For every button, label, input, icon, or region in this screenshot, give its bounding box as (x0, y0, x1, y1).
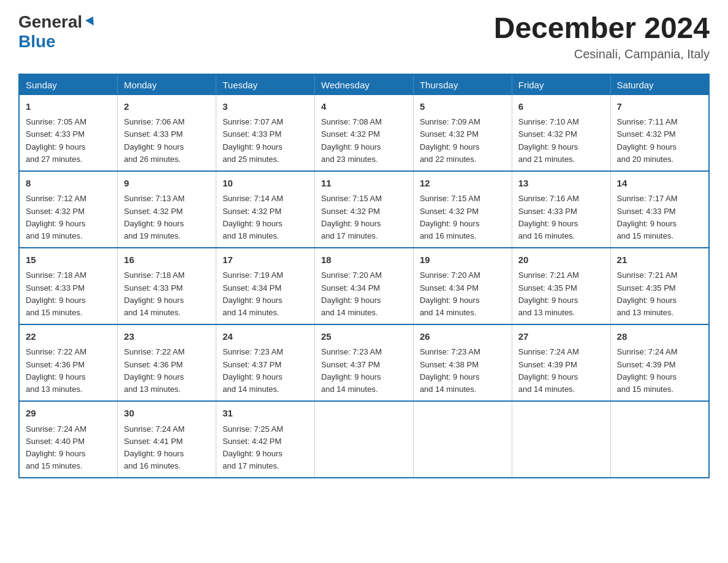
day-cell-17: 17 Sunrise: 7:19 AMSunset: 4:34 PMDaylig… (216, 248, 315, 324)
empty-cell (512, 401, 610, 478)
day-cell-15: 15 Sunrise: 7:18 AMSunset: 4:33 PMDaylig… (19, 248, 118, 324)
day-number: 19 (420, 253, 506, 267)
day-number: 8 (26, 177, 111, 191)
day-cell-1: 1 Sunrise: 7:05 AMSunset: 4:33 PMDayligh… (19, 95, 118, 171)
day-cell-28: 28 Sunrise: 7:24 AMSunset: 4:39 PMDaylig… (610, 324, 709, 401)
day-cell-5: 5 Sunrise: 7:09 AMSunset: 4:32 PMDayligh… (413, 95, 512, 171)
logo-arrow-icon (85, 15, 97, 29)
day-number: 3 (222, 100, 308, 114)
day-info: Sunrise: 7:19 AMSunset: 4:34 PMDaylight:… (222, 270, 283, 316)
day-info: Sunrise: 7:20 AMSunset: 4:34 PMDaylight:… (321, 270, 382, 316)
logo-blue-text: Blue (18, 32, 56, 51)
day-cell-11: 11 Sunrise: 7:15 AMSunset: 4:32 PMDaylig… (315, 171, 414, 248)
empty-cell (315, 401, 414, 478)
day-number: 28 (617, 330, 702, 344)
day-cell-16: 16 Sunrise: 7:18 AMSunset: 4:33 PMDaylig… (118, 248, 216, 324)
day-number: 6 (518, 100, 604, 114)
day-info: Sunrise: 7:21 AMSunset: 4:35 PMDaylight:… (617, 270, 678, 316)
day-cell-26: 26 Sunrise: 7:23 AMSunset: 4:38 PMDaylig… (413, 324, 512, 401)
day-number: 5 (420, 100, 506, 114)
day-number: 13 (518, 177, 604, 191)
day-cell-23: 23 Sunrise: 7:22 AMSunset: 4:36 PMDaylig… (118, 324, 216, 401)
day-info: Sunrise: 7:25 AMSunset: 4:42 PMDaylight:… (222, 424, 283, 470)
day-cell-30: 30 Sunrise: 7:24 AMSunset: 4:41 PMDaylig… (118, 401, 216, 478)
day-info: Sunrise: 7:22 AMSunset: 4:36 PMDaylight:… (124, 347, 184, 393)
day-cell-7: 7 Sunrise: 7:11 AMSunset: 4:32 PMDayligh… (610, 95, 709, 171)
day-number: 27 (518, 330, 604, 344)
day-info: Sunrise: 7:23 AMSunset: 4:38 PMDaylight:… (420, 347, 480, 393)
day-info: Sunrise: 7:21 AMSunset: 4:35 PMDaylight:… (518, 270, 579, 316)
day-info: Sunrise: 7:08 AMSunset: 4:32 PMDaylight:… (321, 117, 382, 163)
day-number: 23 (124, 330, 210, 344)
day-cell-3: 3 Sunrise: 7:07 AMSunset: 4:33 PMDayligh… (216, 95, 315, 171)
day-number: 25 (321, 330, 407, 344)
empty-cell (413, 401, 512, 478)
day-number: 20 (518, 253, 604, 267)
day-number: 21 (617, 253, 702, 267)
calendar-header-row: SundayMondayTuesdayWednesdayThursdayFrid… (19, 74, 709, 95)
day-info: Sunrise: 7:18 AMSunset: 4:33 PMDaylight:… (124, 270, 184, 316)
page-header: General Blue December 2024 Cesinali, Cam… (18, 12, 710, 61)
month-title: December 2024 (494, 12, 710, 45)
day-info: Sunrise: 7:07 AMSunset: 4:33 PMDaylight:… (222, 117, 283, 163)
week-row-5: 29 Sunrise: 7:24 AMSunset: 4:40 PMDaylig… (19, 401, 709, 478)
day-number: 14 (617, 177, 702, 191)
day-cell-10: 10 Sunrise: 7:14 AMSunset: 4:32 PMDaylig… (216, 171, 315, 248)
day-info: Sunrise: 7:23 AMSunset: 4:37 PMDaylight:… (222, 347, 283, 393)
week-row-4: 22 Sunrise: 7:22 AMSunset: 4:36 PMDaylig… (19, 324, 709, 401)
svg-marker-0 (85, 15, 97, 25)
day-info: Sunrise: 7:10 AMSunset: 4:32 PMDaylight:… (518, 117, 579, 163)
day-header-wednesday: Wednesday (315, 74, 414, 95)
day-info: Sunrise: 7:23 AMSunset: 4:37 PMDaylight:… (321, 347, 382, 393)
day-info: Sunrise: 7:24 AMSunset: 4:40 PMDaylight:… (26, 424, 86, 470)
day-info: Sunrise: 7:13 AMSunset: 4:32 PMDaylight:… (124, 194, 184, 240)
day-number: 9 (124, 177, 210, 191)
day-cell-18: 18 Sunrise: 7:20 AMSunset: 4:34 PMDaylig… (315, 248, 414, 324)
day-header-thursday: Thursday (413, 74, 512, 95)
location-subtitle: Cesinali, Campania, Italy (494, 47, 710, 61)
day-number: 17 (222, 253, 308, 267)
day-number: 30 (124, 407, 210, 421)
day-cell-20: 20 Sunrise: 7:21 AMSunset: 4:35 PMDaylig… (512, 248, 610, 324)
day-header-tuesday: Tuesday (216, 74, 315, 95)
day-number: 26 (420, 330, 506, 344)
day-cell-12: 12 Sunrise: 7:15 AMSunset: 4:32 PMDaylig… (413, 171, 512, 248)
day-number: 10 (222, 177, 308, 191)
day-number: 7 (617, 100, 702, 114)
day-cell-4: 4 Sunrise: 7:08 AMSunset: 4:32 PMDayligh… (315, 95, 414, 171)
day-info: Sunrise: 7:18 AMSunset: 4:33 PMDaylight:… (26, 270, 86, 316)
logo-general-text: General (18, 12, 82, 32)
day-info: Sunrise: 7:15 AMSunset: 4:32 PMDaylight:… (420, 194, 480, 240)
day-number: 31 (222, 407, 308, 421)
day-cell-2: 2 Sunrise: 7:06 AMSunset: 4:33 PMDayligh… (118, 95, 216, 171)
day-cell-22: 22 Sunrise: 7:22 AMSunset: 4:36 PMDaylig… (19, 324, 118, 401)
day-info: Sunrise: 7:24 AMSunset: 4:41 PMDaylight:… (124, 424, 184, 470)
day-info: Sunrise: 7:16 AMSunset: 4:33 PMDaylight:… (518, 194, 579, 240)
week-row-3: 15 Sunrise: 7:18 AMSunset: 4:33 PMDaylig… (19, 248, 709, 324)
day-number: 24 (222, 330, 308, 344)
day-number: 16 (124, 253, 210, 267)
day-info: Sunrise: 7:24 AMSunset: 4:39 PMDaylight:… (617, 347, 678, 393)
day-cell-24: 24 Sunrise: 7:23 AMSunset: 4:37 PMDaylig… (216, 324, 315, 401)
day-number: 15 (26, 253, 111, 267)
day-info: Sunrise: 7:06 AMSunset: 4:33 PMDaylight:… (124, 117, 184, 163)
day-number: 18 (321, 253, 407, 267)
day-number: 2 (124, 100, 210, 114)
day-number: 29 (26, 407, 111, 421)
week-row-2: 8 Sunrise: 7:12 AMSunset: 4:32 PMDayligh… (19, 171, 709, 248)
day-header-sunday: Sunday (19, 74, 118, 95)
day-cell-19: 19 Sunrise: 7:20 AMSunset: 4:34 PMDaylig… (413, 248, 512, 324)
day-info: Sunrise: 7:12 AMSunset: 4:32 PMDaylight:… (26, 194, 86, 240)
calendar-table: SundayMondayTuesdayWednesdayThursdayFrid… (18, 74, 710, 478)
day-cell-13: 13 Sunrise: 7:16 AMSunset: 4:33 PMDaylig… (512, 171, 610, 248)
day-number: 1 (26, 100, 111, 114)
empty-cell (610, 401, 709, 478)
day-number: 11 (321, 177, 407, 191)
day-info: Sunrise: 7:24 AMSunset: 4:39 PMDaylight:… (518, 347, 579, 393)
day-cell-31: 31 Sunrise: 7:25 AMSunset: 4:42 PMDaylig… (216, 401, 315, 478)
day-info: Sunrise: 7:20 AMSunset: 4:34 PMDaylight:… (420, 270, 480, 316)
day-header-monday: Monday (118, 74, 216, 95)
day-info: Sunrise: 7:11 AMSunset: 4:32 PMDaylight:… (617, 117, 678, 163)
day-number: 22 (26, 330, 111, 344)
day-info: Sunrise: 7:09 AMSunset: 4:32 PMDaylight:… (420, 117, 480, 163)
